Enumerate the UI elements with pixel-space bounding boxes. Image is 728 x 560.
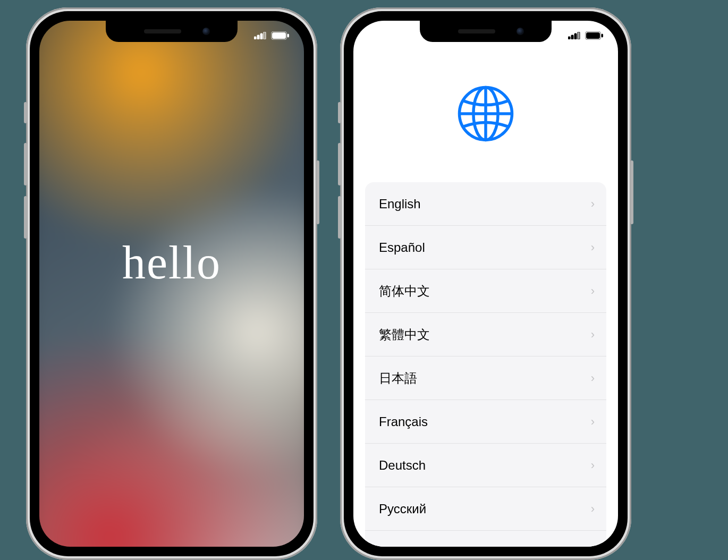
chevron-right-icon: › xyxy=(591,284,595,298)
language-row-chinese-traditional[interactable]: 繁體中文 › xyxy=(365,313,606,357)
language-label: 繁體中文 xyxy=(379,326,430,343)
volume-down-button[interactable] xyxy=(338,196,341,239)
battery-icon xyxy=(585,31,603,42)
status-bar xyxy=(39,29,304,44)
mute-switch[interactable] xyxy=(338,102,341,123)
svg-rect-13 xyxy=(602,34,603,37)
svg-rect-10 xyxy=(578,32,580,39)
language-label: 日本語 xyxy=(379,370,417,387)
screen-hello: hello xyxy=(39,21,304,547)
language-row-chinese-simplified[interactable]: 简体中文 › xyxy=(365,269,606,313)
language-row-deutsch[interactable]: Deutsch › xyxy=(365,444,606,487)
language-label: Português xyxy=(379,545,437,547)
volume-up-button[interactable] xyxy=(24,143,27,185)
language-label: Deutsch xyxy=(379,458,426,473)
globe-icon xyxy=(456,84,515,143)
svg-rect-12 xyxy=(587,33,600,39)
svg-rect-8 xyxy=(571,35,573,39)
chevron-right-icon: › xyxy=(591,546,595,547)
svg-rect-0 xyxy=(254,37,256,39)
chevron-right-icon: › xyxy=(591,502,595,516)
language-row-portugues[interactable]: Português › xyxy=(365,531,606,547)
volume-up-button[interactable] xyxy=(338,143,341,185)
language-row-russian[interactable]: Русский › xyxy=(365,487,606,531)
chevron-right-icon: › xyxy=(591,197,595,211)
phone-frame-left: hello xyxy=(26,7,317,560)
language-row-francais[interactable]: Français › xyxy=(365,400,606,444)
language-label: English xyxy=(379,197,421,211)
svg-rect-6 xyxy=(287,34,289,37)
language-label: Русский xyxy=(379,502,426,516)
volume-down-button[interactable] xyxy=(24,196,27,239)
phone-bezel: English › Español › 简体中文 › 繁體中文 › 日本語 xyxy=(344,11,628,556)
svg-rect-7 xyxy=(568,37,570,39)
chevron-right-icon: › xyxy=(591,459,595,472)
svg-rect-2 xyxy=(260,33,263,39)
hello-greeting: hello xyxy=(122,236,221,290)
battery-icon xyxy=(271,31,289,42)
screen-language-select: English › Español › 简体中文 › 繁體中文 › 日本語 xyxy=(353,21,618,547)
chevron-right-icon: › xyxy=(591,371,595,385)
chevron-right-icon: › xyxy=(591,328,595,342)
language-row-japanese[interactable]: 日本語 › xyxy=(365,357,606,400)
status-bar xyxy=(353,29,618,44)
phone-bezel: hello xyxy=(30,11,314,556)
svg-rect-1 xyxy=(257,35,259,39)
language-row-english[interactable]: English › xyxy=(365,182,606,226)
cellular-signal-icon xyxy=(254,32,267,41)
svg-rect-3 xyxy=(264,32,266,39)
svg-rect-9 xyxy=(574,33,577,39)
language-list: English › Español › 简体中文 › 繁體中文 › 日本語 xyxy=(365,182,606,547)
language-label: 简体中文 xyxy=(379,283,430,300)
power-button[interactable] xyxy=(630,160,633,224)
language-row-espanol[interactable]: Español › xyxy=(365,226,606,269)
language-label: Français xyxy=(379,414,428,429)
svg-rect-5 xyxy=(273,33,286,39)
phone-frame-right: English › Español › 简体中文 › 繁體中文 › 日本語 xyxy=(340,7,631,560)
cellular-signal-icon xyxy=(568,32,581,41)
language-label: Español xyxy=(379,240,425,255)
mute-switch[interactable] xyxy=(24,102,27,123)
chevron-right-icon: › xyxy=(591,241,595,254)
power-button[interactable] xyxy=(316,160,319,224)
chevron-right-icon: › xyxy=(591,415,595,429)
